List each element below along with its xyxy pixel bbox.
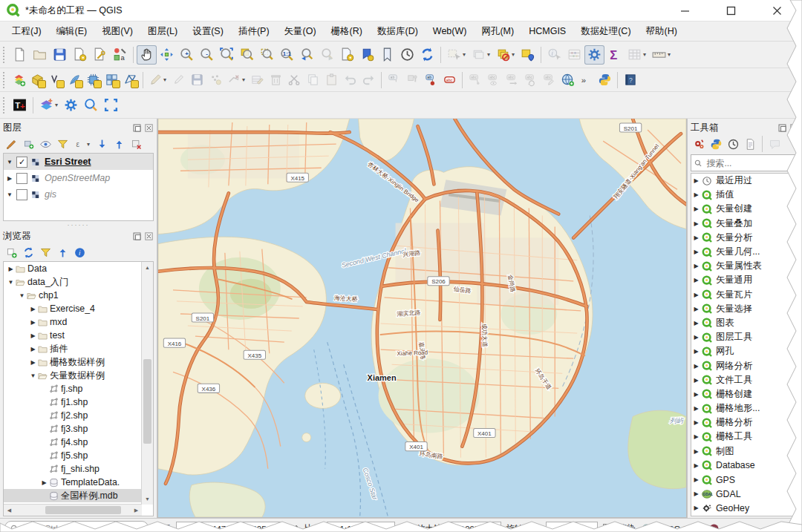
zoom-last-button[interactable] — [297, 45, 317, 65]
crs-globe-icon[interactable] — [641, 523, 652, 532]
toolbox-item-插值[interactable]: ▶插值 — [691, 188, 798, 202]
tree-expander-icon[interactable]: ▶ — [29, 319, 37, 326]
tree-expander-icon[interactable]: ▶ — [691, 263, 701, 269]
tree-expander-icon[interactable]: ▶ — [691, 206, 701, 212]
new-spatialite-layer-button[interactable] — [65, 71, 84, 89]
plugin-settings-button[interactable] — [61, 96, 81, 115]
tree-expander-icon[interactable]: ▶ — [29, 306, 37, 312]
toolbar-grip[interactable] — [3, 47, 7, 63]
toolbox-item-网孔[interactable]: ▶网孔 — [691, 344, 798, 358]
tree-expander-icon[interactable]: ▶ — [691, 320, 701, 326]
toolbar-grip[interactable] — [3, 97, 7, 114]
browser-item-fj_shi-shp[interactable]: fj_shi.shp — [4, 462, 142, 476]
crs-value[interactable]: EPSG:3857 — [657, 525, 702, 532]
browser-vertical-scrollbar[interactable]: ▲ ▼ — [141, 262, 153, 505]
magnifier-spinbox[interactable]: 100%▲▼ — [448, 522, 501, 532]
toolbox-item-Database[interactable]: ▶Database — [691, 459, 798, 473]
filter-browser-button[interactable] — [37, 245, 53, 260]
tree-expander-icon[interactable]: ▶ — [691, 490, 701, 497]
toolbox-item-矢量叠加[interactable]: ▶矢量叠加 — [691, 217, 798, 231]
menu-2[interactable]: 编辑(E) — [49, 22, 95, 41]
tree-expander-icon[interactable]: ▶ — [29, 359, 37, 366]
toolbox-item-栅格分析[interactable]: ▶栅格分析 — [691, 416, 798, 430]
tree-expander-icon[interactable]: ▶ — [691, 476, 701, 483]
layers-panel-close-icon[interactable] — [144, 123, 154, 133]
models-button[interactable] — [691, 137, 707, 152]
browser-item-矢量数据样例[interactable]: ▼矢量数据样例 — [4, 369, 142, 382]
close-button[interactable] — [771, 4, 783, 16]
tree-expander-icon[interactable]: ▶ — [691, 249, 701, 255]
tree-expander-icon[interactable]: ▶ — [691, 505, 701, 511]
zoom-full-button[interactable] — [217, 45, 237, 65]
browser-item-TemplateData-[interactable]: ▶TemplateData. — [4, 476, 142, 489]
browser-item-插件[interactable]: ▶插件 — [4, 342, 142, 355]
browser-item-全国样例-mdb[interactable]: 全国样例.mdb — [4, 489, 142, 502]
layer-item-openstreetmap[interactable]: ▶OpenStreetMap — [4, 170, 153, 186]
plugin-search-button[interactable] — [81, 96, 101, 115]
project-new-button[interactable] — [10, 45, 30, 65]
filter-by-expression-button[interactable]: ε — [71, 137, 88, 152]
map-canvas[interactable]: XiamenSecond West Channel杏林大桥-Xinglin Br… — [157, 119, 687, 518]
toolbox-item-栅格创建[interactable]: ▶栅格创建 — [691, 387, 798, 401]
menu-6[interactable]: 插件(P) — [231, 22, 277, 41]
toolbox-item-矢量分析[interactable]: ▶矢量分析 — [691, 231, 798, 245]
toolbox-item-栅格工具[interactable]: ▶栅格工具 — [691, 430, 798, 444]
coordinate-extent-icon[interactable] — [288, 523, 299, 532]
tree-expander-icon[interactable]: ▶ — [691, 405, 701, 412]
scroll-left-icon[interactable]: ◀ — [4, 505, 15, 516]
layer-visibility-checkbox[interactable] — [16, 189, 27, 200]
toolbox-item-栅格地形[interactable]: ▶栅格地形... — [691, 401, 798, 416]
toolbox-item-矢量几何[interactable]: ▶矢量几何... — [691, 245, 798, 259]
temporal-controller-button[interactable] — [397, 45, 417, 65]
layer-item-gis[interactable]: ▼gis — [4, 186, 153, 203]
tree-expander-icon[interactable]: ▶ — [691, 334, 701, 341]
highlight-pinned-labels-button[interactable]: ab — [422, 71, 440, 89]
menu-13[interactable]: 数据处理(C) — [573, 22, 638, 41]
toolbox-item-矢量创建[interactable]: ▶矢量创建 — [691, 202, 798, 216]
history-button[interactable] — [725, 137, 741, 152]
deselect-all-layers-button[interactable] — [493, 45, 513, 65]
show-unplaced-labels-button[interactable]: abc — [440, 71, 459, 89]
browser-item-栅格数据样例[interactable]: ▶栅格数据样例 — [4, 355, 142, 369]
toolbox-search[interactable] — [691, 154, 799, 171]
menu-7[interactable]: 矢量(O) — [277, 22, 324, 41]
layer-visibility-checkbox[interactable] — [16, 173, 27, 184]
locator-search[interactable]: 搜索 (Ctrl+K) — [4, 521, 149, 532]
new-virtual-layer-button[interactable] — [102, 71, 121, 89]
toolbox-item-矢量属性表[interactable]: ▶矢量属性表 — [691, 259, 798, 273]
browser-item-mxd[interactable]: ▶mxd — [4, 315, 142, 329]
toolbox-panel-close-icon[interactable] — [789, 123, 799, 133]
browser-item-test[interactable]: ▶test — [4, 329, 142, 342]
zoom-out-button[interactable]: - — [197, 45, 217, 65]
tree-expander-icon[interactable]: ▼ — [7, 279, 15, 286]
tree-expander-icon[interactable]: ▶ — [691, 191, 701, 198]
tree-expander-icon[interactable]: ▼ — [18, 292, 26, 299]
filter-by-expression-dropdown-icon[interactable]: ▾ — [87, 141, 93, 148]
project-open-button[interactable] — [30, 45, 50, 65]
toolbox-item-GPS[interactable]: ▶GPS — [691, 473, 798, 487]
tree-expander-icon[interactable]: ▶ — [691, 462, 701, 469]
browser-item-chp1[interactable]: ▼chp1 — [4, 289, 142, 302]
menu-11[interactable]: 网孔(M) — [474, 22, 521, 41]
tree-expander-icon[interactable]: ▶ — [691, 220, 701, 227]
browser-panel-close-icon[interactable] — [144, 231, 154, 241]
filter-legend-button[interactable] — [54, 137, 71, 152]
render-checkbox[interactable]: ✓ — [603, 524, 613, 532]
tree-expander-icon[interactable]: ▶ — [691, 348, 701, 355]
tree-expander-icon[interactable]: ▼ — [29, 372, 37, 379]
browser-item-fj3-shp[interactable]: fj3.shp — [4, 422, 142, 436]
new-geopackage-layer-button[interactable] — [28, 71, 47, 89]
tree-expander-icon[interactable]: ▶ — [691, 306, 701, 312]
show-statistics-button[interactable]: Σ — [604, 45, 625, 65]
new-map-view-button[interactable] — [337, 45, 357, 65]
tree-expander-icon[interactable]: ▶ — [29, 346, 37, 352]
show-bookmarks-button[interactable] — [377, 45, 397, 65]
tianditu-plugin-button[interactable]: T+ — [10, 96, 30, 115]
menu-14[interactable]: 帮助(H) — [639, 22, 685, 41]
metasearch-button[interactable] — [558, 71, 577, 89]
toolbox-item-制图[interactable]: ▶制图 — [691, 444, 798, 459]
menu-9[interactable]: 数据库(D) — [370, 22, 426, 41]
layer-expander-icon[interactable]: ▼ — [6, 159, 13, 165]
style-manager-button[interactable]: a — [110, 45, 130, 65]
tree-expander-icon[interactable]: ▶ — [691, 377, 701, 384]
